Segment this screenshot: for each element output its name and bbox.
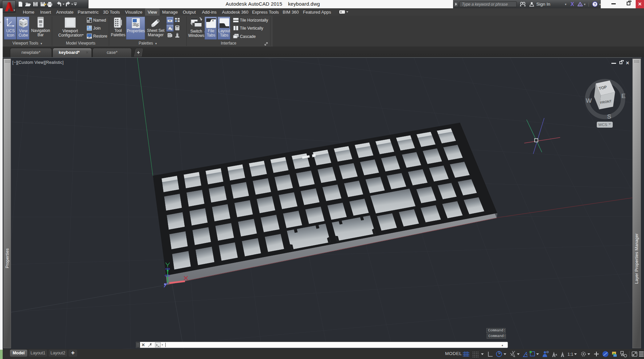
svg-text:S: S <box>607 113 611 120</box>
svg-text:WCS: WCS <box>598 123 607 127</box>
svg-text:1:1: 1:1 <box>567 352 573 357</box>
svg-text:E: E <box>621 92 626 99</box>
svg-text:W: W <box>586 97 592 104</box>
